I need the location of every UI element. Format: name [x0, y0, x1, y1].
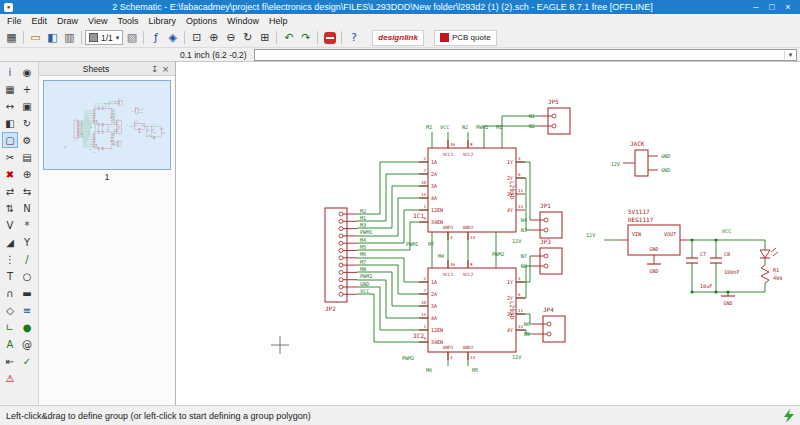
- wire[interactable]: [80, 111, 94, 121]
- tool-circle[interactable]: ○: [19, 268, 35, 284]
- close-button[interactable]: ×: [780, 2, 796, 12]
- tool-rotate[interactable]: ↻: [19, 115, 35, 131]
- menu-draw[interactable]: Draw: [52, 15, 83, 27]
- tool-errors[interactable]: ⚠: [2, 370, 18, 386]
- tool-rect[interactable]: ▬: [19, 285, 35, 301]
- command-dropdown-arrow[interactable]: ▾: [784, 51, 796, 59]
- capacitor-C8[interactable]: C8100nF: [710, 251, 740, 275]
- maximize-button[interactable]: □: [764, 2, 780, 12]
- sheet-thumbnail[interactable]: M2VCCN2PWM1M1PWM1M7M4PWM212VPWM2M6M512V1…: [43, 80, 171, 170]
- connector-JP5[interactable]: JP5N1N2: [529, 98, 570, 134]
- tool-gateswap[interactable]: ⇅: [2, 200, 18, 216]
- wire[interactable]: [80, 136, 94, 145]
- pcb-quote-button[interactable]: PCB quote: [434, 30, 497, 46]
- zoom-in-button[interactable]: ⊕: [205, 29, 222, 46]
- voltage-regulator[interactable]: 5V1117REG1117VINVOUTGND: [133, 120, 147, 131]
- menu-view[interactable]: View: [83, 15, 112, 27]
- tool-add[interactable]: ⊕: [19, 166, 35, 182]
- wire[interactable]: [80, 130, 94, 135]
- voltage-regulator[interactable]: 5V1117REG1117VINVOUTGND: [620, 208, 688, 262]
- ic-IC2[interactable]: IC2L293D1A22A73A104A1512EN134EN91Y32Y63Y…: [413, 260, 525, 360]
- tool-paste[interactable]: ▤: [19, 149, 35, 165]
- wire[interactable]: [484, 126, 538, 148]
- ic-IC2[interactable]: IC2L293D1A22A73A104A1512EN134EN91Y32Y63Y…: [92, 130, 114, 150]
- tool-invoke[interactable]: ⋮: [2, 251, 18, 267]
- tool-move[interactable]: ↔: [2, 98, 18, 114]
- tool-wire[interactable]: /: [19, 251, 35, 267]
- wire[interactable]: [106, 104, 117, 108]
- schematic-canvas[interactable]: M2VCCN2PWM1M1PWM1M7M4PWM212VPWM2M6M512V1…: [176, 62, 800, 405]
- led[interactable]: [760, 248, 778, 258]
- menu-tools[interactable]: Tools: [112, 15, 143, 27]
- save-button[interactable]: ◧: [44, 29, 61, 46]
- tool-smash[interactable]: *: [19, 217, 35, 233]
- zoom-redraw-button[interactable]: ↻: [239, 29, 256, 46]
- pin-icon[interactable]: ↧: [149, 64, 160, 74]
- tool-junction[interactable]: ●: [19, 319, 35, 335]
- menu-help[interactable]: Help: [264, 15, 293, 27]
- jack-connector[interactable]: JACK12VGNDGND: [611, 140, 671, 176]
- connector-JP1[interactable]: JP1N4N3: [113, 119, 121, 126]
- grid-button[interactable]: ▦: [3, 29, 20, 46]
- tool-attribute[interactable]: @: [19, 336, 35, 352]
- menu-edit[interactable]: Edit: [27, 15, 53, 27]
- stop-button[interactable]: [321, 29, 338, 46]
- connector-JP1[interactable]: JP1N4N3: [521, 202, 562, 238]
- tool-dimension[interactable]: ⇤: [2, 353, 18, 369]
- tool-split[interactable]: Y: [19, 234, 35, 250]
- tool-display[interactable]: ▦: [2, 81, 18, 97]
- redo-button[interactable]: ↷: [297, 29, 314, 46]
- tool-mirror[interactable]: ◧: [2, 115, 18, 131]
- tool-arc[interactable]: ∩: [2, 285, 18, 301]
- connector-JP3[interactable]: JP3N7N8: [521, 238, 562, 274]
- tool-text[interactable]: T: [2, 268, 18, 284]
- tool-label[interactable]: A: [2, 336, 18, 352]
- resistor-R1[interactable]: R1499: [761, 265, 782, 283]
- jack-connector[interactable]: JACK12VGNDGND: [131, 107, 143, 114]
- tool-miter[interactable]: ◢: [2, 234, 18, 250]
- print-button[interactable]: ▥: [61, 29, 78, 46]
- zoom-fit-button[interactable]: ⊡: [188, 29, 205, 46]
- capacitor-C7[interactable]: C710uF: [686, 251, 713, 289]
- zoom-select-button[interactable]: ⊞: [256, 29, 273, 46]
- tool-bus[interactable]: ≡: [19, 302, 35, 318]
- wire[interactable]: [80, 134, 94, 142]
- menu-options[interactable]: Options: [181, 15, 222, 27]
- capacitor-C7[interactable]: C710uF: [146, 129, 152, 137]
- tool-erc[interactable]: ✓: [19, 353, 35, 369]
- minimize-button[interactable]: –: [748, 2, 764, 12]
- undo-button[interactable]: ↶: [280, 29, 297, 46]
- tool-change[interactable]: ⚙: [19, 132, 35, 148]
- tool-polygon[interactable]: ◇: [2, 302, 18, 318]
- menu-window[interactable]: Window: [222, 15, 264, 27]
- led[interactable]: [160, 128, 164, 130]
- script-button[interactable]: ƒ: [147, 29, 164, 46]
- menu-file[interactable]: File: [2, 15, 27, 27]
- close-panel-icon[interactable]: ×: [160, 64, 171, 74]
- help-button[interactable]: ?: [345, 29, 362, 46]
- ic-IC1[interactable]: IC1L293D1A22A73A104A1512EN134EN91Y32Y63Y…: [413, 140, 525, 240]
- tool-cut[interactable]: ✂: [2, 149, 18, 165]
- connector-JP5[interactable]: JP5N1N2: [115, 98, 123, 105]
- menu-library[interactable]: Library: [143, 15, 181, 27]
- tool-name[interactable]: N: [19, 200, 35, 216]
- tool-replace[interactable]: ⇆: [19, 183, 35, 199]
- command-input[interactable]: [255, 50, 784, 60]
- wire[interactable]: [109, 102, 116, 108]
- connector-JP2[interactable]: JP2M2M1M3PWM1M4M5M6M7M8PWM2GNDVCC: [74, 120, 84, 142]
- resistor-R1[interactable]: R1499: [161, 131, 166, 135]
- layer-settings-button[interactable]: ▧: [123, 29, 140, 46]
- run-ulp-button[interactable]: ◈: [164, 29, 181, 46]
- tool-mark[interactable]: +: [19, 81, 35, 97]
- layer-selector[interactable]: 1/1▾: [85, 30, 123, 45]
- connector-JP4[interactable]: JP4N6N5: [114, 140, 122, 147]
- tool-group[interactable]: ▢: [2, 132, 18, 148]
- tool-info[interactable]: i: [2, 64, 18, 80]
- ic-IC1[interactable]: IC1L293D1A22A73A104A1512EN134EN91Y32Y63Y…: [92, 107, 114, 127]
- zoom-out-button[interactable]: ⊖: [222, 29, 239, 46]
- tool-show[interactable]: ◉: [19, 64, 35, 80]
- connector-JP3[interactable]: JP3N7N8: [113, 126, 121, 133]
- tool-copy[interactable]: ▣: [19, 98, 35, 114]
- connector-JP2[interactable]: JP2M2M1M3PWM1M4M5M6M7M8PWM2GNDVCC: [325, 208, 373, 313]
- wire[interactable]: [357, 162, 428, 214]
